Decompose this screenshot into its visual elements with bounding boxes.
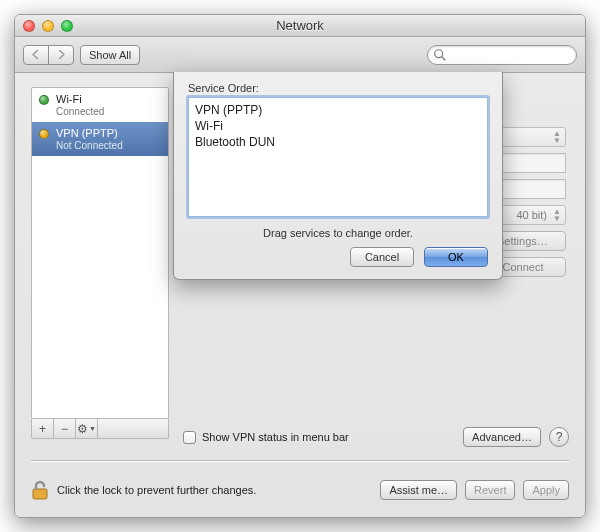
assist-button[interactable]: Assist me… [380,480,457,500]
search-icon [433,48,447,62]
titlebar: Network [15,15,585,37]
close-window-icon[interactable] [23,20,35,32]
search-wrap [427,45,577,65]
apply-button[interactable]: Apply [523,480,569,500]
service-order-hint: Drag services to change order. [188,227,488,239]
status-dot-icon [39,95,49,105]
service-item[interactable]: Wi-FiConnected [32,88,168,122]
lock-icon[interactable] [31,479,49,501]
sidebar: Wi-FiConnectedVPN (PPTP)Not Connected + … [31,87,169,439]
forward-button[interactable] [48,45,74,65]
cancel-button[interactable]: Cancel [350,247,414,267]
show-status-label: Show VPN status in menu bar [202,431,349,443]
bottom-bar: Show VPN status in menu bar Advanced… ? [31,427,569,447]
lock-text: Click the lock to prevent further change… [57,484,256,496]
zoom-window-icon[interactable] [61,20,73,32]
revert-button[interactable]: Revert [465,480,515,500]
network-preferences-window: Network Show All Wi-FiConnectedVPN (PPTP… [14,14,586,518]
toolbar: Show All [15,37,585,73]
service-order-sheet: Service Order: VPN (PPTP)Wi-FiBluetooth … [173,72,503,280]
service-name: Wi-Fi [56,93,162,106]
order-list-item[interactable]: VPN (PPTP) [195,102,481,118]
order-list-item[interactable]: Wi-Fi [195,118,481,134]
order-list-item[interactable]: Bluetooth DUN [195,134,481,150]
chevron-right-icon [57,50,65,59]
nav-back-forward [23,45,74,65]
ok-button[interactable]: OK [424,247,488,267]
service-order-label: Service Order: [188,82,488,94]
svg-rect-2 [33,489,47,499]
show-status-checkbox[interactable] [183,431,196,444]
show-all-button[interactable]: Show All [80,45,140,65]
service-list[interactable]: Wi-FiConnectedVPN (PPTP)Not Connected [31,87,169,419]
divider [31,460,569,461]
status-dot-icon [39,129,49,139]
service-status: Connected [56,106,162,118]
svg-point-0 [435,49,443,57]
service-name: VPN (PPTP) [56,127,162,140]
help-button[interactable]: ? [549,427,569,447]
svg-line-1 [442,56,446,60]
traffic-lights [15,20,73,32]
back-button[interactable] [23,45,49,65]
service-status: Not Connected [56,140,162,152]
advanced-button[interactable]: Advanced… [463,427,541,447]
minimize-window-icon[interactable] [42,20,54,32]
window-title: Network [15,18,585,33]
service-item[interactable]: VPN (PPTP)Not Connected [32,122,168,156]
search-input[interactable] [427,45,577,65]
window-body: Wi-FiConnectedVPN (PPTP)Not Connected + … [15,73,585,517]
chevron-left-icon [32,50,40,59]
lock-row: Click the lock to prevent further change… [31,479,569,501]
service-order-list[interactable]: VPN (PPTP)Wi-FiBluetooth DUN [188,97,488,217]
